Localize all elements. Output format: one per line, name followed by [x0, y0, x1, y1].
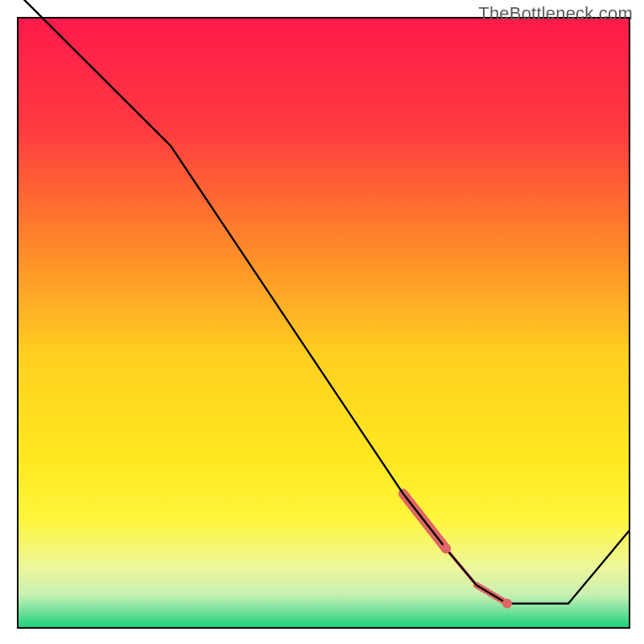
chart-canvas — [0, 0, 644, 644]
plot-background — [18, 18, 630, 628]
highlight-point — [502, 599, 512, 609]
highlight-point — [441, 543, 451, 553]
bottleneck-chart: TheBottleneck.com — [0, 0, 644, 644]
